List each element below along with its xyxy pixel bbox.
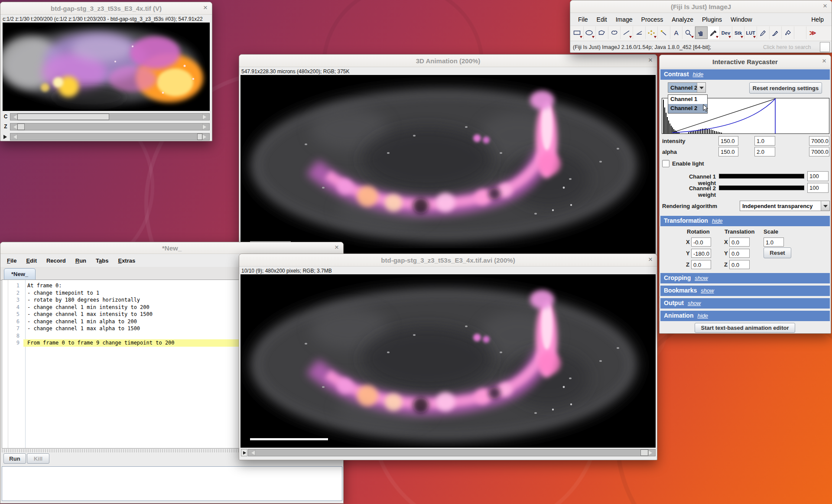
chevron-down-icon[interactable] xyxy=(821,201,829,211)
scroll-right-arrow[interactable] xyxy=(202,114,209,120)
avi-titlebar[interactable]: btd-gap-stg_3_z3_t53s_E3_4x.tif.avi (200… xyxy=(239,254,657,267)
search-input[interactable]: Click here to search xyxy=(763,44,811,50)
animation-hide-link[interactable]: hide xyxy=(697,312,708,319)
start-animation-editor-button[interactable]: Start text-based animation editor xyxy=(695,323,795,333)
z-scrollbar[interactable] xyxy=(10,123,210,130)
tool-text[interactable]: A xyxy=(670,26,683,39)
rotation-z-field[interactable]: 0.0 xyxy=(691,260,711,269)
tool-stk[interactable]: Stk xyxy=(732,26,745,39)
scroll-thumb[interactable] xyxy=(640,449,648,456)
tool-pencil[interactable] xyxy=(757,26,770,39)
tool-line[interactable] xyxy=(621,26,633,39)
tool-point[interactable] xyxy=(646,26,658,39)
close-icon[interactable]: × xyxy=(335,244,339,251)
menu-image[interactable]: Image xyxy=(611,14,637,25)
editor-menu-run[interactable]: Run xyxy=(71,255,91,266)
channel-select[interactable]: Channel 2 xyxy=(668,82,706,93)
alpha-gamma-field[interactable]: 2.0 xyxy=(754,147,775,156)
tool-dev[interactable]: Dev xyxy=(720,26,732,39)
scroll-thumb[interactable] xyxy=(17,124,25,130)
scroll-right-arrow[interactable] xyxy=(648,449,655,456)
tool-wand[interactable] xyxy=(658,26,670,39)
tool-magnifier[interactable] xyxy=(682,26,695,39)
tif-canvas[interactable] xyxy=(3,23,210,111)
menu-analyze[interactable]: Analyze xyxy=(667,14,698,25)
alpha-max-field[interactable]: 7000.0 xyxy=(809,147,829,156)
editor-menu-tabs[interactable]: Tabs xyxy=(91,255,113,266)
reset-rendering-button[interactable]: Reset rendering settings xyxy=(749,82,822,94)
editor-menu-edit[interactable]: Edit xyxy=(21,255,42,266)
scale-field[interactable]: 1.0 xyxy=(764,237,784,247)
bookmarks-show-link[interactable]: show xyxy=(701,287,714,294)
channel-scrollbar[interactable] xyxy=(10,113,210,120)
editor-output-area[interactable] xyxy=(2,466,342,501)
alpha-min-field[interactable]: 150.0 xyxy=(718,147,738,156)
channel-option-2[interactable]: Channel 2 xyxy=(668,104,707,113)
translation-y-field[interactable]: 0.0 xyxy=(729,249,750,258)
channel1-weight-field[interactable]: 100 xyxy=(807,171,829,181)
contrast-hide-link[interactable]: hide xyxy=(693,71,704,78)
menu-window[interactable]: Window xyxy=(726,14,757,25)
avi-play-button[interactable] xyxy=(241,449,247,456)
close-icon[interactable]: × xyxy=(822,57,826,65)
tool-hand[interactable] xyxy=(695,26,708,39)
scroll-right-arrow[interactable] xyxy=(202,124,209,130)
raycaster-titlebar[interactable]: Interactive Raycaster × xyxy=(660,55,831,68)
menu-help[interactable]: Help xyxy=(807,14,828,25)
tool-color-picker[interactable] xyxy=(708,26,720,39)
scroll-right-arrow[interactable] xyxy=(202,133,209,140)
scroll-thumb[interactable] xyxy=(197,133,202,140)
tool-lut[interactable]: LUT xyxy=(744,26,757,39)
run-button[interactable]: Run xyxy=(3,453,26,464)
avi-frame-scrollbar[interactable] xyxy=(248,449,656,456)
scroll-left-arrow[interactable] xyxy=(248,449,255,456)
tool-empty-slot[interactable] xyxy=(794,26,807,39)
avi-canvas[interactable] xyxy=(240,274,656,448)
tool-rectangle[interactable] xyxy=(571,26,584,39)
cropping-show-link[interactable]: show xyxy=(695,275,708,281)
intensity-min-field[interactable]: 150.0 xyxy=(718,136,738,146)
scroll-left-arrow[interactable] xyxy=(10,124,17,130)
rendering-algorithm-select[interactable]: Independent transparency xyxy=(740,201,830,211)
intensity-gamma-field[interactable]: 1.0 xyxy=(754,136,775,146)
tool-freehand[interactable] xyxy=(608,26,621,39)
tool-more-tools[interactable]: ≫ xyxy=(806,26,819,39)
enable-light-checkbox[interactable] xyxy=(662,160,670,167)
kill-button[interactable]: Kill xyxy=(27,453,49,464)
rotation-y-field[interactable]: -180.0 xyxy=(691,249,711,258)
close-icon[interactable]: × xyxy=(648,256,653,263)
time-scrollbar[interactable] xyxy=(10,133,210,140)
editor-menu-file[interactable]: File xyxy=(2,255,21,266)
close-icon[interactable]: × xyxy=(823,2,827,10)
close-icon[interactable]: × xyxy=(648,56,653,64)
tool-brush[interactable] xyxy=(770,26,782,39)
tool-polygon[interactable] xyxy=(596,26,608,39)
channel1-weight-slider[interactable] xyxy=(719,174,804,179)
editor-tab-new[interactable]: *New_ xyxy=(4,268,36,280)
menu-plugins[interactable]: Plugins xyxy=(698,14,726,25)
editor-menu-extras[interactable]: Extras xyxy=(113,255,140,266)
translation-z-field[interactable]: 0.0 xyxy=(729,260,750,269)
menu-process[interactable]: Process xyxy=(637,14,668,25)
channel2-weight-slider[interactable] xyxy=(719,185,804,190)
editor-titlebar[interactable]: *New_ × xyxy=(0,242,343,254)
time-play-icon[interactable] xyxy=(3,135,7,139)
channel2-weight-field[interactable]: 100 xyxy=(807,183,829,193)
chevron-down-icon[interactable] xyxy=(697,83,705,92)
translation-x-field[interactable]: 0.0 xyxy=(729,237,750,247)
rotation-x-field[interactable]: -0.0 xyxy=(691,237,711,247)
tif-titlebar[interactable]: btd-gap-stg_3_z3_t53s_E3_4x.tif (V) × xyxy=(0,2,212,15)
tool-flood-fill[interactable] xyxy=(782,26,794,39)
3d-animation-canvas[interactable] xyxy=(240,75,656,254)
search-icon-box[interactable] xyxy=(820,42,830,52)
tool-angle[interactable] xyxy=(633,26,646,39)
output-show-link[interactable]: show xyxy=(688,300,701,306)
scroll-thumb[interactable] xyxy=(17,114,109,120)
scroll-left-arrow[interactable] xyxy=(10,114,17,120)
editor-menu-record[interactable]: Record xyxy=(42,255,71,266)
channel-option-1[interactable]: Channel 1 xyxy=(668,95,707,104)
transformation-hide-link[interactable]: hide xyxy=(712,218,723,224)
menu-edit[interactable]: Edit xyxy=(592,14,611,25)
close-icon[interactable]: × xyxy=(203,4,208,12)
tool-oval[interactable] xyxy=(584,26,596,39)
